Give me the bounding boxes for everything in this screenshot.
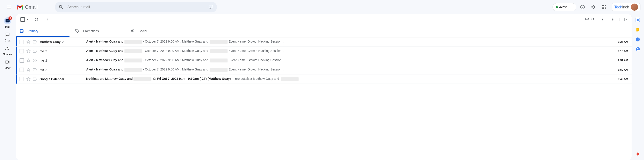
row-checkbox[interactable] xyxy=(20,49,24,53)
search-bar[interactable] xyxy=(55,2,217,12)
gmail-wordmark: Gmail xyxy=(25,4,38,10)
chevron-down-icon xyxy=(625,18,628,21)
email-row[interactable]: Google CalendarNotification: Matthew Gua… xyxy=(16,74,632,84)
meet-icon xyxy=(4,58,11,66)
star-icon[interactable] xyxy=(26,68,31,72)
search-options-button[interactable] xyxy=(206,3,215,11)
redacted xyxy=(210,49,228,53)
workspace-logo[interactable]: Techinch xyxy=(612,3,640,11)
keep-addon[interactable] xyxy=(636,27,640,32)
header: Gmail Active Techinch xyxy=(0,0,644,14)
apps-grid-icon xyxy=(601,4,606,10)
tab-social[interactable]: Social xyxy=(127,25,182,37)
select-all-checkbox[interactable] xyxy=(20,16,30,23)
gmail-icon xyxy=(17,5,23,9)
important-icon[interactable] xyxy=(33,68,37,72)
settings-button[interactable] xyxy=(589,3,598,11)
email-sender: Matthew Guay 2 xyxy=(40,40,64,44)
more-vert-icon xyxy=(45,17,49,22)
chevron-left-icon xyxy=(600,17,604,22)
nav-item-mail[interactable]: 5 Mail xyxy=(1,16,14,30)
refresh-button[interactable] xyxy=(32,15,41,24)
email-sender: me 2 xyxy=(40,59,47,62)
main-menu-button[interactable] xyxy=(4,2,14,12)
row-checkbox[interactable] xyxy=(20,40,24,44)
next-page-button[interactable] xyxy=(608,15,617,24)
tag-icon xyxy=(75,29,80,33)
email-row[interactable]: Matthew Guay 2Alert - Matthew Guay and -… xyxy=(16,37,632,46)
chevron-right-icon xyxy=(611,17,615,22)
email-time: 8:51 AM xyxy=(610,59,628,62)
tasks-addon[interactable] xyxy=(636,37,640,42)
nav-label: Mail xyxy=(5,25,10,28)
svg-rect-11 xyxy=(622,19,623,19)
support-button[interactable] xyxy=(578,3,587,11)
nav-item-chat[interactable]: Chat xyxy=(1,30,14,43)
gmail-logo[interactable]: Gmail xyxy=(17,4,38,10)
row-left: Matthew Guay 2 xyxy=(20,40,86,44)
tab-promotions[interactable]: Promotions xyxy=(72,25,127,37)
email-sender: me 2 xyxy=(40,49,47,53)
category-tabs: Primary Promotions Social xyxy=(16,25,632,37)
email-subject: Alert - Matthew Guay and xyxy=(86,58,143,62)
search-icon-button[interactable] xyxy=(57,3,66,11)
star-icon[interactable] xyxy=(26,58,31,63)
get-addons[interactable] xyxy=(636,152,640,157)
email-subject: Alert - Matthew Guay and xyxy=(86,40,143,44)
checkbox-icon xyxy=(20,17,25,22)
search-icon xyxy=(58,4,64,10)
inbox-icon xyxy=(20,29,24,33)
chat-icon xyxy=(4,31,11,38)
svg-point-7 xyxy=(47,20,47,21)
svg-rect-9 xyxy=(620,19,621,19)
email-list: Matthew Guay 2Alert - Matthew Guay and -… xyxy=(16,37,632,160)
star-icon[interactable] xyxy=(26,49,31,53)
row-mid: Alert - Matthew Guay and - October 7, 20… xyxy=(86,49,610,53)
toolbar-left xyxy=(20,15,52,24)
nav-label: Spaces xyxy=(3,53,12,56)
nav-label: Meet xyxy=(5,66,11,70)
email-snippet: - October 7, 2022 9:00 AM : Matthew Guay… xyxy=(143,58,285,62)
redacted xyxy=(124,68,142,72)
workspace-brand: Techinch xyxy=(614,5,629,9)
row-checkbox[interactable] xyxy=(20,68,24,72)
important-icon[interactable] xyxy=(33,77,37,81)
nav-item-spaces[interactable]: Spaces xyxy=(1,43,14,57)
star-icon[interactable] xyxy=(26,40,31,44)
star-icon[interactable] xyxy=(26,77,31,81)
status-label: Active xyxy=(559,5,568,9)
email-snippet: - October 7, 2022 9:00 AM : Matthew Guay… xyxy=(143,40,285,44)
nav-item-meet[interactable]: Meet xyxy=(1,57,14,71)
tab-primary[interactable]: Primary xyxy=(16,25,72,37)
svg-rect-12 xyxy=(623,19,624,19)
row-mid: Alert - Matthew Guay and - October 7, 20… xyxy=(86,40,610,44)
contacts-addon[interactable] xyxy=(636,47,640,51)
nav-label: Chat xyxy=(5,39,10,42)
main-panel: 1–7 of 7 Primary Promotions xyxy=(16,14,632,160)
important-icon[interactable] xyxy=(33,58,37,63)
account-avatar[interactable] xyxy=(631,3,638,11)
email-row[interactable]: me 2Alert - Matthew Guay and - October 7… xyxy=(16,56,632,65)
status-dot-icon xyxy=(556,6,558,8)
more-button[interactable] xyxy=(43,15,52,24)
spaces-icon xyxy=(4,45,11,52)
keyboard-icon xyxy=(620,18,625,21)
status-chip[interactable]: Active xyxy=(552,3,576,11)
calendar-addon[interactable]: 31 xyxy=(636,18,640,22)
row-checkbox[interactable] xyxy=(20,58,24,63)
row-left: me 2 xyxy=(20,58,86,63)
email-sender: me 2 xyxy=(40,68,47,72)
apps-button[interactable] xyxy=(599,3,608,11)
search-input[interactable] xyxy=(66,5,206,9)
gear-icon xyxy=(590,4,596,10)
svg-point-4 xyxy=(637,48,638,49)
email-row[interactable]: me 2Alert - Matthew Guay and - October 7… xyxy=(16,46,632,56)
important-icon[interactable] xyxy=(33,40,37,44)
important-icon[interactable] xyxy=(33,49,37,53)
input-tools-button[interactable] xyxy=(619,15,628,24)
email-snippet: - October 7, 2022 9:00 AM : Matthew Guay… xyxy=(143,49,285,53)
prev-page-button[interactable] xyxy=(598,15,607,24)
row-checkbox[interactable] xyxy=(20,77,24,81)
email-row[interactable]: me 2Alert - Matthew Guay and - October 7… xyxy=(16,65,632,74)
row-mid: Notification: Matthew Guay and @ Fri Oct… xyxy=(86,77,610,81)
